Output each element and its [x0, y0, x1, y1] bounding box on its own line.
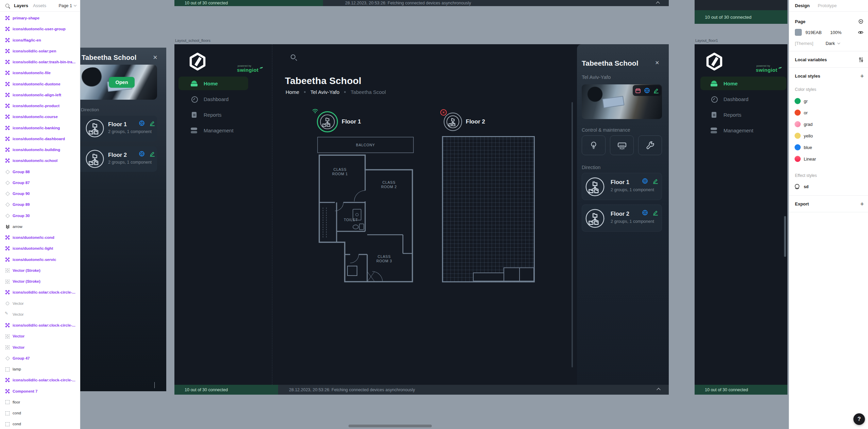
nav-item[interactable]: Reports	[700, 108, 786, 121]
layer-row[interactable]: lamp	[0, 364, 80, 375]
open-button[interactable]: Open	[109, 77, 135, 88]
target-icon[interactable]	[644, 87, 650, 94]
frame-label[interactable]: Layout_floor1	[695, 38, 718, 43]
floor-card[interactable]: Floor 2 2 groups, 1 component	[80, 146, 157, 172]
left-partial-frame[interactable]: Tabeetha School × Open Direction Floor 1…	[80, 48, 166, 391]
layer-row[interactable]: icons/solid/ic-solar:clock-circle-...	[0, 375, 80, 385]
layer-row[interactable]: icons/duotone/ic-align-left	[0, 89, 80, 100]
content-scrollbar[interactable]	[572, 102, 573, 367]
themes-row[interactable]: [Themes] Dark	[789, 39, 868, 48]
layer-row[interactable]: icons/duotone/ic-cond	[0, 232, 80, 243]
color-style-row[interactable]: yello	[789, 130, 868, 142]
layer-row[interactable]: Group 89	[0, 199, 80, 210]
nav-item[interactable]: Management	[178, 123, 248, 137]
effect-style-row[interactable]: sd	[789, 181, 868, 193]
layer-row[interactable]: Vector	[0, 309, 80, 320]
target-icon[interactable]	[139, 120, 145, 126]
layer-row[interactable]: Group 30	[0, 210, 80, 221]
edit-pencil-icon[interactable]	[653, 87, 659, 94]
chevron-up-icon[interactable]	[657, 388, 660, 392]
floor-card[interactable]: Floor 1 2 groups, 1 component	[582, 173, 662, 200]
maintenance-button[interactable]	[638, 135, 662, 155]
add-export-button[interactable]: +	[860, 201, 864, 207]
layer-row[interactable]: Vector	[0, 342, 80, 353]
layer-row[interactable]: floor	[0, 397, 80, 408]
color-style-row[interactable]: or	[789, 107, 868, 118]
page-color-hex[interactable]: 919EAB	[805, 30, 822, 35]
right-frame[interactable]: powered by swingiot Home Dashboard Repor…	[695, 44, 787, 395]
layer-row[interactable]: icons/duotone/ic-building	[0, 144, 80, 155]
layer-row[interactable]: icons/duotone/ic-banking	[0, 122, 80, 133]
nav-item[interactable]: Reports	[178, 108, 248, 121]
canvas-horizontal-scrollbar[interactable]	[348, 425, 432, 427]
chevron-up-icon[interactable]	[656, 1, 660, 5]
breadcrumb-home[interactable]: Home	[286, 89, 299, 95]
layer-row[interactable]: icons/solid/ic-solar:pen	[0, 46, 80, 56]
sliders-icon[interactable]	[859, 57, 863, 62]
frame-label[interactable]: Layout_school_floors	[175, 38, 210, 43]
layer-row[interactable]: icons/duotone/ic-light	[0, 243, 80, 254]
tab-layers[interactable]: Layers	[14, 3, 28, 8]
floor1-marker[interactable]	[317, 111, 338, 132]
layer-row[interactable]: icons/solid/ic-solar:clock-circle-...	[0, 320, 80, 331]
layer-row[interactable]: Group 88	[0, 166, 80, 177]
ac-button[interactable]	[610, 135, 634, 155]
layer-row[interactable]: Group 90	[0, 188, 80, 199]
calendar-icon[interactable]	[635, 88, 641, 94]
layer-row[interactable]: icons/duotone/ic-product	[0, 100, 80, 111]
nav-item[interactable]: Home	[700, 77, 786, 90]
main-frame[interactable]: powered by swingiot Home Dashboard Repor…	[174, 44, 669, 395]
close-icon[interactable]: ×	[153, 54, 157, 61]
search-icon[interactable]	[291, 54, 295, 59]
floor-card[interactable]: Floor 1 2 groups, 1 component	[80, 116, 157, 141]
edit-pencil-icon[interactable]	[652, 210, 659, 216]
layer-row[interactable]: Component 7	[0, 386, 80, 397]
nav-item[interactable]: Dashboard	[178, 92, 248, 106]
styles-variables-icon[interactable]	[858, 19, 864, 24]
nav-item[interactable]: Management	[700, 123, 786, 137]
collapse-chevron[interactable]	[154, 382, 155, 389]
layer-row[interactable]: icons/duotone/ic-servic	[0, 254, 80, 265]
layer-row[interactable]: primary-shape	[0, 13, 80, 23]
layer-row[interactable]: icons/duotone/ic-duotone	[0, 79, 80, 89]
layer-row[interactable]: Vector	[0, 298, 80, 309]
layer-row[interactable]: Group 47	[0, 353, 80, 364]
help-button[interactable]: ?	[853, 413, 865, 425]
canvas-vertical-scrollbar[interactable]	[784, 216, 786, 257]
layer-row[interactable]: Vector (Stroke)	[0, 265, 80, 276]
layer-row[interactable]: Vector (Stroke)	[0, 276, 80, 287]
layer-row[interactable]: icons/flag/ic-en	[0, 35, 80, 46]
color-style-row[interactable]: blue	[789, 142, 868, 153]
edit-pencil-icon[interactable]	[652, 178, 659, 184]
tab-assets[interactable]: Assets	[33, 3, 46, 8]
layer-row[interactable]: icons/duotone/ic-dashboard	[0, 133, 80, 144]
layer-row[interactable]: icons/solid/ic-solar:clock-circle-...	[0, 287, 80, 298]
canvas[interactable]: 10 out of 30 connected 28.12.2023, 20:53…	[80, 0, 789, 429]
floor-card[interactable]: Floor 2 2 groups, 1 component	[582, 204, 662, 232]
edit-pencil-icon[interactable]	[149, 120, 155, 126]
theme-value[interactable]: Dark	[826, 41, 835, 46]
page-color-opacity[interactable]: 100%	[830, 30, 841, 35]
page-color-swatch[interactable]	[795, 29, 802, 36]
nav-item[interactable]: Dashboard	[700, 92, 786, 106]
color-style-row[interactable]: Linear	[789, 153, 868, 165]
layer-row[interactable]: Vector	[0, 331, 80, 342]
edit-pencil-icon[interactable]	[149, 151, 155, 157]
layer-row[interactable]: Group 87	[0, 177, 80, 188]
floor2-marker[interactable]	[444, 113, 462, 131]
layer-row[interactable]: icons/duotone/ic-user-group	[0, 23, 80, 34]
eye-icon[interactable]	[858, 30, 864, 35]
layer-row[interactable]: arrow	[0, 221, 80, 232]
layer-row[interactable]: icons/duotone/ic-file	[0, 67, 80, 78]
nav-item[interactable]: Home	[178, 77, 248, 90]
target-icon[interactable]	[642, 210, 648, 216]
target-icon[interactable]	[139, 151, 145, 157]
color-style-row[interactable]: gr	[789, 95, 868, 107]
color-style-row[interactable]: grad	[789, 118, 868, 130]
tab-prototype[interactable]: Prototype	[818, 3, 837, 8]
page-selector[interactable]: Page 1	[58, 3, 76, 8]
target-icon[interactable]	[642, 178, 648, 184]
tab-design[interactable]: Design	[795, 3, 810, 8]
close-icon[interactable]: ×	[655, 59, 659, 66]
add-style-button[interactable]: +	[860, 73, 864, 79]
